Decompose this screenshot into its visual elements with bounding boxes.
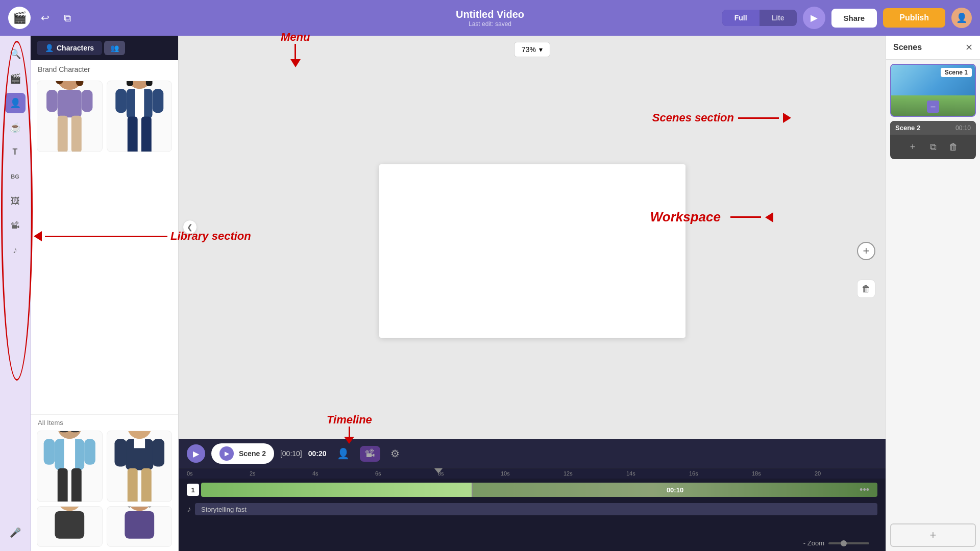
scene-1-minus-button[interactable]: – xyxy=(927,101,939,113)
scenes-title: Scenes xyxy=(893,43,922,52)
add-scene-button[interactable]: + xyxy=(890,523,976,547)
character-svg-6 xyxy=(107,506,172,547)
ruler-tick-20: 20 xyxy=(815,470,877,477)
panel-header: 👤 Characters 👥 xyxy=(31,36,178,60)
sidebar-icon-mic[interactable]: 🎤 xyxy=(5,522,26,543)
track-bar-1[interactable]: 00:10 xyxy=(201,483,877,497)
ruler-tick-4s: 4s xyxy=(312,470,375,477)
scene-name-label: Scene 2 xyxy=(239,449,266,458)
svg-rect-19 xyxy=(127,116,137,152)
characters-grid xyxy=(31,77,178,414)
publish-button[interactable]: Publish xyxy=(883,8,945,28)
track-dots-menu[interactable]: ••• xyxy=(860,485,869,495)
characters-tab-label: Characters xyxy=(57,44,94,52)
sidebar-icon-search[interactable]: 🔍 xyxy=(5,44,26,64)
svg-rect-18 xyxy=(135,89,144,118)
timeline-section: Timeline ▶ ▶ Scene 2 [00:10] 00:20 👤 📽 ⚙ xyxy=(179,439,886,551)
delete-scene-canvas-button[interactable]: 🗑 xyxy=(857,280,875,298)
svg-rect-43 xyxy=(141,468,151,502)
scene-2-add-button[interactable]: + xyxy=(904,139,921,155)
add-scene-canvas-button[interactable]: + xyxy=(857,242,875,260)
sidebar-icon-text[interactable]: T xyxy=(5,142,26,162)
zoom-slider[interactable] xyxy=(828,542,869,544)
audio-icon: ♪ xyxy=(187,505,191,514)
scenes-header: Scenes ✕ xyxy=(886,36,980,60)
svg-rect-25 xyxy=(59,431,68,431)
zoom-control-bottom: - Zoom xyxy=(795,537,877,549)
sidebar-icon-media[interactable]: 📽 xyxy=(5,215,26,236)
scenes-panel: Scenes ✕ Scene 1 – Scene 2 00:10 + xyxy=(886,36,980,551)
svg-point-36 xyxy=(127,431,151,439)
undo-button[interactable]: ↩ xyxy=(37,10,54,26)
svg-rect-31 xyxy=(64,439,75,470)
all-items-grid xyxy=(31,431,178,506)
zoom-control[interactable]: 73% ▾ xyxy=(514,42,550,57)
scene-2-copy-button[interactable]: ⧉ xyxy=(925,139,941,155)
panel-tabs: 👤 Characters 👥 xyxy=(37,41,125,55)
time-current: [00:10] xyxy=(280,449,302,458)
topbar: 🎬 ↩ ⧉ Untitled Video Last edit: saved Fu… xyxy=(0,0,980,36)
sidebar-icon-music[interactable]: ♪ xyxy=(5,240,26,260)
sidebar-icon-image[interactable]: 🖼 xyxy=(5,191,26,211)
svg-rect-48 xyxy=(55,511,84,538)
copy-button[interactable]: ⧉ xyxy=(60,10,75,26)
custom-tab-icon: 👥 xyxy=(110,44,119,52)
timeline-ruler: 0s 2s 4s 6s 8s 10s 12s 14s 16s 18s 20 xyxy=(179,468,886,479)
timeline-person-button[interactable]: 👤 xyxy=(333,445,354,462)
character-card-2[interactable] xyxy=(107,81,173,152)
svg-rect-32 xyxy=(58,468,68,502)
timeline-track-area: 1 00:10 ••• ♪ Storytelling fast xyxy=(179,479,886,551)
brand-character-label: Brand Character xyxy=(31,60,178,77)
video-title[interactable]: Untitled Video xyxy=(456,9,524,20)
scene-card-1[interactable]: Scene 1 – xyxy=(890,64,976,117)
sidebar-icon-video[interactable]: 🎬 xyxy=(5,68,26,89)
collapse-panel-button[interactable]: ❮ xyxy=(183,220,197,234)
share-button[interactable]: Share xyxy=(831,9,877,28)
app-logo[interactable]: 🎬 xyxy=(8,7,31,29)
scene-2-title: Scene 2 xyxy=(895,124,920,132)
ruler-tick-16s: 16s xyxy=(689,470,752,477)
scene-2-time: 00:10 xyxy=(955,124,971,132)
timeline-play-button[interactable]: ▶ xyxy=(187,444,205,463)
scene-card-2[interactable]: Scene 2 00:10 + ⧉ 🗑 xyxy=(890,121,976,159)
canvas-frame[interactable] xyxy=(379,164,685,338)
sidebar-icon-characters[interactable]: 👤 xyxy=(5,93,26,113)
character-card-5[interactable] xyxy=(37,506,103,547)
scene-name-pill: ▶ Scene 2 xyxy=(211,443,274,464)
ruler-tick-14s: 14s xyxy=(626,470,689,477)
scene-play-button[interactable]: ▶ xyxy=(219,446,234,461)
svg-rect-4 xyxy=(58,90,82,117)
view-full-button[interactable]: Full xyxy=(722,10,760,26)
audio-bar[interactable]: Storytelling fast xyxy=(195,503,877,515)
svg-rect-41 xyxy=(134,439,145,448)
audio-track: ♪ Storytelling fast xyxy=(187,501,877,517)
view-lite-button[interactable]: Lite xyxy=(760,10,797,26)
svg-rect-29 xyxy=(44,439,55,465)
global-play-button[interactable]: ▶ xyxy=(803,7,825,29)
character-card-4[interactable] xyxy=(107,431,173,502)
view-toggle: Full Lite xyxy=(722,10,797,26)
sidebar-icon-objects[interactable]: ☕ xyxy=(5,117,26,138)
user-avatar[interactable]: 👤 xyxy=(951,8,972,28)
characters-tab[interactable]: 👤 Characters xyxy=(37,41,102,55)
collapse-icon: ❮ xyxy=(187,223,193,231)
sidebar-icon-background[interactable]: BG xyxy=(5,166,26,187)
svg-point-9 xyxy=(56,152,70,152)
time-total: 00:20 xyxy=(308,449,327,458)
character-card-3[interactable] xyxy=(37,431,103,502)
zoom-label: - Zoom xyxy=(803,539,824,547)
scene-2-actions: + ⧉ 🗑 xyxy=(890,135,976,159)
character-card-6[interactable] xyxy=(107,506,173,547)
scene-2-header: Scene 2 00:10 xyxy=(890,121,976,135)
svg-rect-6 xyxy=(82,90,93,112)
timeline-controls: ▶ ▶ Scene 2 [00:10] 00:20 👤 📽 ⚙ xyxy=(179,439,886,468)
scenes-close-button[interactable]: ✕ xyxy=(965,42,973,53)
character-card-1[interactable] xyxy=(37,81,103,152)
ruler-tick-18s: 18s xyxy=(752,470,815,477)
timeline-media-button[interactable]: 📽 xyxy=(360,446,380,462)
left-sidebar: 🔍 🎬 👤 ☕ T BG 🖼 📽 ♪ 🎤 xyxy=(0,36,31,551)
custom-characters-tab[interactable]: 👥 xyxy=(104,41,125,55)
timeline-settings-button[interactable]: ⚙ xyxy=(386,445,404,462)
scene-2-delete-button[interactable]: 🗑 xyxy=(945,139,962,155)
svg-point-46 xyxy=(58,506,82,511)
